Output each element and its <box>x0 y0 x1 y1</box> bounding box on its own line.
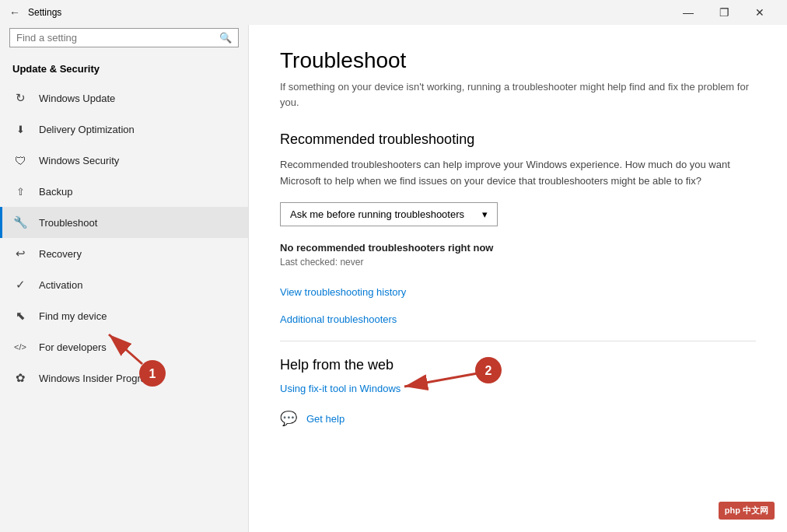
maximize-button[interactable]: ❐ <box>706 0 742 25</box>
dropdown-arrow-icon: ▾ <box>482 208 488 220</box>
nav-label-delivery-optimization: Delivery Optimization <box>39 124 135 135</box>
find-device-icon: ⬉ <box>12 308 28 324</box>
nav-label-windows-update: Windows Update <box>39 93 115 104</box>
activation-icon: ✓ <box>12 277 28 292</box>
search-box[interactable]: 🔍 <box>9 28 239 47</box>
page-title: Troubleshoot <box>280 48 756 73</box>
get-help-icon: 💬 <box>280 410 299 429</box>
developers-icon: </> <box>12 339 28 355</box>
sidebar-section-title: Update & Security <box>0 57 248 82</box>
watermark: php 中文网 <box>719 502 775 520</box>
troubleshoot-icon: 🔧 <box>12 215 28 230</box>
sidebar-item-recovery[interactable]: ↩ Recovery <box>0 238 248 269</box>
fix-it-link[interactable]: Using fix-it tool in Windows <box>280 383 756 394</box>
view-history-link[interactable]: View troubleshooting history <box>280 286 756 298</box>
backup-icon: ⇧ <box>12 184 28 199</box>
sidebar: 🔍 Update & Security ↻ Windows Update ⬇ D… <box>0 25 249 532</box>
recommended-heading: Recommended troubleshooting <box>280 131 756 148</box>
nav-label-windows-security: Windows Security <box>39 155 119 166</box>
window-controls: — ❐ ✕ <box>670 0 778 25</box>
windows-insider-icon: ✿ <box>12 370 28 386</box>
sidebar-item-delivery-optimization[interactable]: ⬇ Delivery Optimization <box>0 114 248 145</box>
back-arrow-icon[interactable]: ← <box>9 6 20 19</box>
additional-troubleshooters-link[interactable]: Additional troubleshooters <box>280 313 756 325</box>
sidebar-item-backup[interactable]: ⇧ Backup <box>0 176 248 207</box>
page-subtitle: If something on your device isn't workin… <box>280 79 756 110</box>
delivery-optimization-icon: ⬇ <box>12 121 28 137</box>
nav-label-backup: Backup <box>39 186 72 198</box>
windows-update-icon: ↻ <box>12 90 28 106</box>
help-section-heading: Help from the web <box>280 357 756 373</box>
sidebar-item-activation[interactable]: ✓ Activation <box>0 269 248 300</box>
sidebar-item-for-developers[interactable]: </> For developers <box>0 331 248 362</box>
recovery-icon: ↩ <box>12 246 28 261</box>
sidebar-item-troubleshoot[interactable]: 🔧 Troubleshoot <box>0 207 248 238</box>
get-help-row: 💬 Get help <box>280 410 756 429</box>
get-help-link[interactable]: Get help <box>306 413 345 425</box>
title-bar: ← Settings — ❐ ✕ <box>0 0 787 25</box>
nav-label-for-developers: For developers <box>39 341 107 353</box>
sidebar-item-windows-insider[interactable]: ✿ Windows Insider Program <box>0 362 248 394</box>
sidebar-item-find-device[interactable]: ⬉ Find my device <box>0 300 248 331</box>
close-button[interactable]: ✕ <box>742 0 778 25</box>
sidebar-item-windows-security[interactable]: 🛡 Windows Security <box>0 145 248 176</box>
windows-security-icon: 🛡 <box>12 152 28 168</box>
window-title: Settings <box>28 7 61 18</box>
search-input[interactable] <box>16 32 219 44</box>
search-icon: 🔍 <box>219 32 232 44</box>
content-area: Troubleshoot If something on your device… <box>249 25 787 532</box>
dropdown-value: Ask me before running troubleshooters <box>290 208 464 220</box>
nav-label-recovery: Recovery <box>39 248 82 260</box>
last-checked-text: Last checked: never <box>280 257 756 268</box>
troubleshoot-dropdown[interactable]: Ask me before running troubleshooters ▾ <box>280 202 498 226</box>
nav-label-windows-insider: Windows Insider Program <box>39 373 155 384</box>
nav-label-find-device: Find my device <box>39 310 107 322</box>
status-text: No recommended troubleshooters right now <box>280 242 756 254</box>
section-divider <box>280 341 756 341</box>
recommended-desc: Recommended troubleshooters can help imp… <box>280 157 756 190</box>
sidebar-item-windows-update[interactable]: ↻ Windows Update <box>0 82 248 114</box>
nav-label-troubleshoot: Troubleshoot <box>39 217 97 229</box>
minimize-button[interactable]: — <box>670 0 706 25</box>
nav-label-activation: Activation <box>39 279 82 291</box>
